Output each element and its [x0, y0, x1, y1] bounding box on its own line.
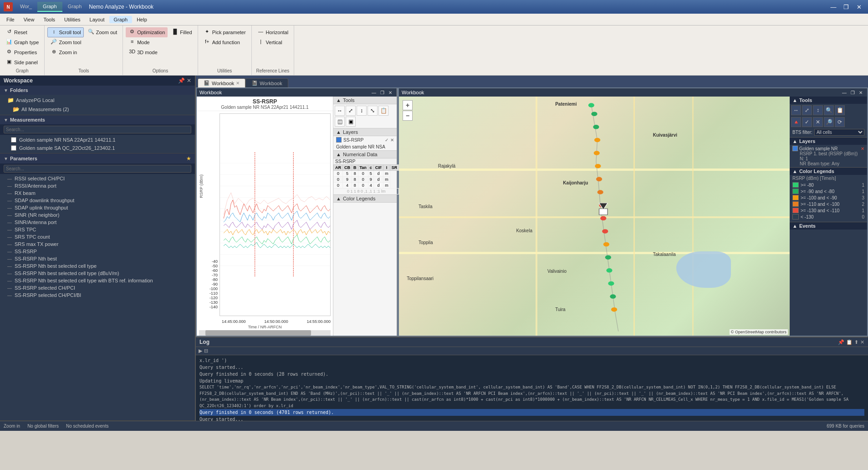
zoom-in-button[interactable]: ⊕ Zoom in [47, 47, 80, 57]
title-tab-word[interactable]: Wor_ [15, 2, 37, 12]
pick-parameter-button[interactable]: ✦ Pick parameter [201, 27, 249, 37]
graph-maximize-icon[interactable]: ❐ [378, 89, 386, 96]
param-ss-rsrp[interactable]: — SS-RSRP [0, 248, 195, 255]
measurement-item-1[interactable]: Golden sample NR NSA 22Apr21 144211.1 [0, 136, 195, 144]
tool-icon-6[interactable]: ▣ [346, 117, 356, 127]
param-rssi-ch-pci[interactable]: — RSSI selected CH/PCI [0, 175, 195, 182]
log-toolbar-btn-1[interactable]: ▶ [199, 348, 202, 354]
title-tab-graph1[interactable]: Graph [37, 2, 62, 12]
param-ss-rsrp-nth[interactable]: — SS-RSRP Nth best [0, 255, 195, 262]
map-tool-3[interactable]: 🔍 [824, 105, 834, 115]
log-close-icon[interactable]: ✕ [860, 339, 864, 345]
horizontal-button[interactable]: — Horizontal [255, 27, 291, 37]
all-measurements-folder[interactable]: 📂 All Measurements (2) [0, 105, 195, 114]
side-panel-button[interactable]: ▣ Side panel [3, 57, 41, 67]
add-function-button[interactable]: f+ Add function [201, 37, 243, 47]
tool-icon-5[interactable]: ◫ [335, 117, 345, 127]
content-tab-workbook2[interactable]: 📓 Workbook [245, 78, 288, 87]
graph-type-button[interactable]: 📊 Graph type [3, 37, 41, 47]
map-close-icon[interactable]: ✕ [857, 89, 864, 96]
layer-close-icon[interactable]: ✕ [390, 138, 394, 143]
tool-icon-4[interactable]: 📋 [378, 106, 388, 116]
map-tool-4[interactable]: 📋 [835, 105, 845, 115]
param-ss-rsrp-ch-pci-bl[interactable]: — SS-RSRP selected CH/PCI/Bl [0, 291, 195, 299]
param-sdap-ul[interactable]: — SDAP uplink throughput [0, 204, 195, 211]
param-ss-rsrp-nth-cell-type[interactable]: — SS-RSRP Nth best selected cell type [0, 262, 195, 270]
sidebar-pin-icon[interactable]: 📌 [178, 77, 185, 84]
param-sinr-neighbor[interactable]: — SINR (NR neighbor) [0, 211, 195, 219]
map-minimize-icon[interactable]: — [841, 89, 848, 96]
map-maximize-icon[interactable]: ❐ [849, 89, 856, 96]
menu-view[interactable]: View [19, 16, 39, 23]
maximize-button[interactable]: ❐ [841, 3, 852, 11]
param-srs-tpc-count[interactable]: — SRS TPC count [0, 233, 195, 240]
graph-minimize-icon[interactable]: — [370, 89, 378, 96]
parameters-search-input[interactable] [4, 165, 191, 173]
tool-icon-3[interactable]: ⤡ [368, 106, 378, 116]
log-copy-icon[interactable]: 📋 [846, 339, 853, 345]
map-tool-2[interactable]: ↕ [813, 105, 823, 115]
map-tool-5[interactable]: 🔺 [791, 117, 801, 127]
graph-plot[interactable] [220, 113, 331, 316]
mode-button[interactable]: ≡ Mode [126, 37, 153, 47]
map-zoom-out-button[interactable]: − [403, 111, 413, 121]
menu-help[interactable]: Help [132, 16, 152, 23]
close-button[interactable]: ✕ [853, 3, 864, 11]
zoom-out-button[interactable]: 🔍 Zoom out [85, 27, 120, 37]
measurement-item-2[interactable]: Golden sample SA QC_22Oct26_123402.1 [0, 144, 195, 152]
parameters-header[interactable]: ▼ Parameters ★ [0, 153, 195, 163]
param-ss-rsrp-nth-bts[interactable]: — SS-RSRP Nth best selected cell type wi… [0, 277, 195, 284]
tool-icon-2[interactable]: ↕ [357, 106, 367, 116]
layer-check-icon[interactable]: ✓ [385, 138, 388, 143]
properties-button[interactable]: ⚙ Properties [3, 47, 40, 57]
menu-file[interactable]: File [2, 16, 19, 23]
optimization-button[interactable]: ⚙ Optimization [126, 27, 168, 37]
map-zoom-in-button[interactable]: + [403, 100, 413, 110]
param-ss-rsrp-ch-pci[interactable]: — SS-RSRP selected CH/PCI [0, 284, 195, 291]
minimize-button[interactable]: — [828, 3, 839, 11]
measurements-header[interactable]: ▼ Measurements [0, 115, 195, 124]
param-rssi-antenna[interactable]: — RSSI/Antenna port [0, 182, 195, 189]
menu-layout[interactable]: Layout [85, 16, 109, 23]
menu-graph[interactable]: Graph [109, 16, 133, 23]
map-tool-1[interactable]: ⤢ [802, 105, 812, 115]
map-tool-0[interactable]: ↔ [791, 105, 801, 115]
title-tab-graph2[interactable]: Graph [62, 2, 87, 12]
3d-mode-button[interactable]: 3D 3D mode [126, 47, 160, 57]
sidebar-close-icon[interactable]: ✕ [187, 77, 191, 84]
param-ss-rsrp-nth-dbuvm[interactable]: — SS-RSRP Nth best selected cell type (d… [0, 270, 195, 277]
analyzepg-folder[interactable]: 📁 AnalyzePG Local [0, 96, 195, 105]
vertical-button[interactable]: | Vertical [255, 37, 285, 47]
tab-workbook1-close-icon[interactable]: ✕ [236, 81, 240, 86]
scroll-tool-button[interactable]: ↕ Scroll tool [47, 27, 83, 37]
map-tool-7[interactable]: ✕ [813, 117, 823, 127]
zoom-tool-button[interactable]: 🔎 Zoom tool [47, 37, 84, 47]
reset-button[interactable]: ↺ Reset [3, 27, 30, 37]
map-layer-close-icon[interactable]: ✕ [861, 146, 864, 151]
menu-utilities[interactable]: Utilities [60, 16, 85, 23]
content-tab-workbook1[interactable]: 📓 Workbook ✕ [198, 78, 245, 87]
folders-header[interactable]: ▼ Folders [0, 86, 195, 95]
bts-filter-select[interactable]: All cells [814, 129, 864, 136]
tool-icon-0[interactable]: ↔ [335, 106, 345, 116]
filled-button[interactable]: █ Filled [168, 27, 194, 37]
map-tool-6[interactable]: ✓ [802, 117, 812, 127]
param-sinr-antenna[interactable]: — SINR/Antenna port [0, 219, 195, 226]
param-rx-beam[interactable]: — RX beam [0, 189, 195, 197]
graph-scrollbar-thumb[interactable] [205, 330, 311, 336]
measurements-search-input[interactable] [4, 126, 191, 133]
parameters-star-icon[interactable]: ★ [186, 155, 191, 162]
param-srs-max-tx[interactable]: — SRS max TX power [0, 240, 195, 248]
graph-close-icon[interactable]: ✕ [387, 89, 394, 96]
menu-tools[interactable]: Tools [39, 16, 60, 23]
map-tool-8[interactable]: 🔎 [824, 117, 834, 127]
param-srs-tpc[interactable]: — SRS TPC [0, 226, 195, 233]
log-float-icon[interactable]: ⬆ [854, 339, 858, 345]
map-container[interactable]: Pateniemi Kaijonharju Kuivasjärvi Rajaky… [399, 97, 790, 336]
map-tool-9[interactable]: ⟳ [835, 117, 845, 127]
param-sdap-dl[interactable]: — SDAP downlink throughput [0, 197, 195, 204]
log-pin-icon[interactable]: 📌 [838, 339, 844, 345]
graph-scrollbar[interactable] [199, 330, 331, 336]
tool-icon-1[interactable]: ⤢ [346, 106, 356, 116]
log-toolbar-btn-2[interactable]: ⊟ [204, 348, 208, 354]
